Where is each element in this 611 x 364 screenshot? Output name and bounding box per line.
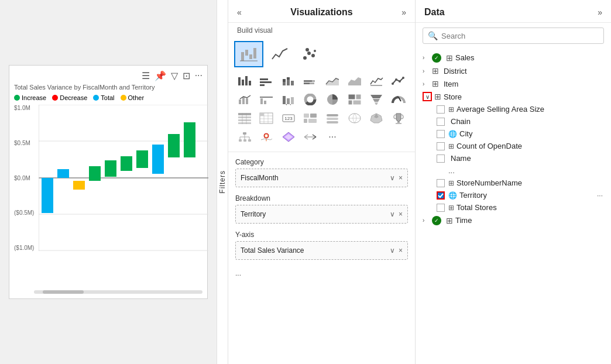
viz-expand-btn[interactable]: »: [401, 8, 406, 17]
field-wells: Category FiscalMonth ∨ × Breakdown Terri…: [228, 152, 415, 364]
viz-icon-ribbon[interactable]: [278, 91, 298, 108]
viz-icon-table[interactable]: [234, 109, 255, 127]
chart-scrollbar-thumb[interactable]: [43, 290, 84, 294]
expand-icon[interactable]: ⊡: [183, 70, 190, 81]
legend-dot-total: [93, 95, 99, 101]
viz-icon-multicard[interactable]: [300, 109, 321, 127]
breakdown-clear[interactable]: ×: [399, 210, 403, 218]
svg-point-57: [399, 80, 401, 83]
yaxis-box[interactable]: Total Sales Variance ∨ ×: [235, 241, 408, 260]
category-value: FiscalMonth: [241, 174, 279, 182]
svg-rect-29: [253, 48, 256, 59]
viz-icon-trophy[interactable]: [388, 109, 409, 127]
avg-selling-label: Average Selling Area Size: [456, 105, 604, 114]
viz-icon-slicer[interactable]: [322, 109, 343, 127]
viz-icon-treemap[interactable]: [344, 91, 365, 108]
format-icon[interactable]: ☰: [142, 70, 150, 81]
svg-rect-107: [396, 123, 401, 124]
viz-icon-funnel[interactable]: [366, 91, 387, 108]
chain-checkbox[interactable]: [437, 118, 445, 126]
viz-icon-line3[interactable]: [388, 72, 409, 90]
avg-selling-checkbox[interactable]: [437, 105, 445, 114]
viz-icon-area[interactable]: [322, 72, 343, 90]
sales-chevron[interactable]: ›: [423, 54, 432, 61]
viz-icon-combo[interactable]: [234, 91, 255, 108]
category-box[interactable]: FiscalMonth ∨ ×: [235, 169, 408, 187]
svg-text:123: 123: [284, 116, 293, 121]
svg-rect-83: [238, 116, 251, 118]
item-chevron[interactable]: ›: [423, 81, 432, 87]
data-panel: Data » 🔍 › ✓ ⊞ Sales › ⊞ District › ⊞ It…: [416, 0, 611, 364]
viz-icon-stacked[interactable]: [278, 72, 298, 90]
search-input[interactable]: [441, 32, 599, 40]
city-checkbox[interactable]: [437, 130, 445, 138]
tree-item-total-stores: ⊞ Total Stores: [416, 201, 611, 214]
viz-icon-gauge[interactable]: [388, 91, 409, 108]
viz-icon-map[interactable]: [344, 109, 365, 127]
viz-icon-decomp[interactable]: [234, 128, 255, 146]
viz-icon-bar2[interactable]: [256, 72, 277, 90]
viz-icon-combo2[interactable]: [256, 91, 277, 108]
pin-icon[interactable]: 📌: [155, 70, 166, 81]
viz-icon-area2[interactable]: [344, 72, 365, 90]
viz-icon-arrows[interactable]: [300, 128, 321, 146]
total-stores-checkbox[interactable]: [437, 204, 445, 212]
svg-marker-79: [373, 99, 380, 102]
viz-icon-filled-map[interactable]: [366, 109, 387, 127]
chart-scrollbar[interactable]: [34, 290, 202, 294]
viz-collapse-btn[interactable]: «: [237, 8, 242, 17]
tree-item-store[interactable]: ∨ ⊞ Store: [416, 90, 611, 103]
waterfall-svg: Jan OH Other NC PA WV VA Feb PA OH: [39, 105, 208, 251]
viz-icon-scatter[interactable]: [296, 41, 322, 67]
viz-icon-donut[interactable]: [300, 91, 321, 108]
viz-icon-stacked2[interactable]: [300, 72, 321, 90]
search-box[interactable]: 🔍: [423, 28, 604, 44]
svg-rect-41: [260, 81, 272, 83]
yaxis-clear[interactable]: ×: [399, 246, 403, 255]
data-expand-btn[interactable]: »: [598, 8, 602, 17]
viz-icon-bar[interactable]: [234, 72, 255, 90]
store-table-icon: ⊞: [434, 92, 441, 101]
viz-icon-line2[interactable]: [366, 72, 387, 90]
territory-checkbox[interactable]: [437, 191, 445, 200]
tree-item-territory[interactable]: 🌐 Territory ···: [416, 189, 611, 201]
svg-point-31: [303, 56, 307, 60]
legend-label-other: Other: [128, 94, 145, 101]
svg-rect-6: [42, 178, 53, 213]
tree-item-time[interactable]: › ✓ ⊞ Time: [416, 214, 611, 227]
svg-rect-51: [312, 80, 315, 82]
name-checkbox[interactable]: [437, 154, 445, 163]
store-number-name-checkbox[interactable]: [437, 179, 445, 187]
filter-icon[interactable]: ▽: [171, 70, 178, 81]
more-icon[interactable]: ···: [195, 70, 202, 81]
store-expand-box[interactable]: ∨: [423, 92, 432, 101]
category-chevron[interactable]: ∨: [390, 174, 395, 182]
tree-item-district[interactable]: › ⊞ District: [416, 64, 611, 77]
yaxis-chevron[interactable]: ∨: [390, 246, 395, 255]
breakdown-actions: ∨ ×: [390, 210, 403, 218]
viz-icon-pie[interactable]: [322, 91, 343, 108]
filters-sidebar[interactable]: Filters: [217, 0, 228, 364]
viz-icon-map2[interactable]: [256, 128, 277, 146]
count-opendate-icon: ⊞: [448, 142, 454, 150]
breakdown-chevron[interactable]: ∨: [390, 210, 395, 218]
svg-rect-85: [238, 122, 251, 124]
viz-icon-more[interactable]: ···: [322, 128, 343, 146]
time-chevron[interactable]: ›: [423, 217, 432, 224]
tree-item-sales[interactable]: › ✓ ⊞ Sales: [416, 51, 611, 64]
viz-icon-line[interactable]: [266, 41, 293, 67]
viz-icon-waterfall[interactable]: [234, 41, 263, 67]
chart-title: Total Sales Variance by FiscalMonth and …: [14, 84, 202, 91]
district-chevron[interactable]: ›: [423, 68, 432, 74]
category-clear[interactable]: ×: [399, 174, 403, 182]
count-opendate-checkbox[interactable]: [437, 142, 445, 150]
breakdown-box[interactable]: Territory ∨ ×: [235, 205, 408, 224]
viz-icon-card[interactable]: 123: [278, 109, 298, 127]
viz-icon-diamond[interactable]: [278, 128, 298, 146]
viz-header-title: Visualizations: [290, 7, 352, 18]
viz-icon-matrix[interactable]: [256, 109, 277, 127]
search-icon: 🔍: [428, 31, 438, 40]
tree-item-item[interactable]: › ⊞ Item: [416, 77, 611, 90]
svg-rect-47: [291, 81, 294, 85]
territory-ellipsis[interactable]: ···: [596, 191, 604, 200]
